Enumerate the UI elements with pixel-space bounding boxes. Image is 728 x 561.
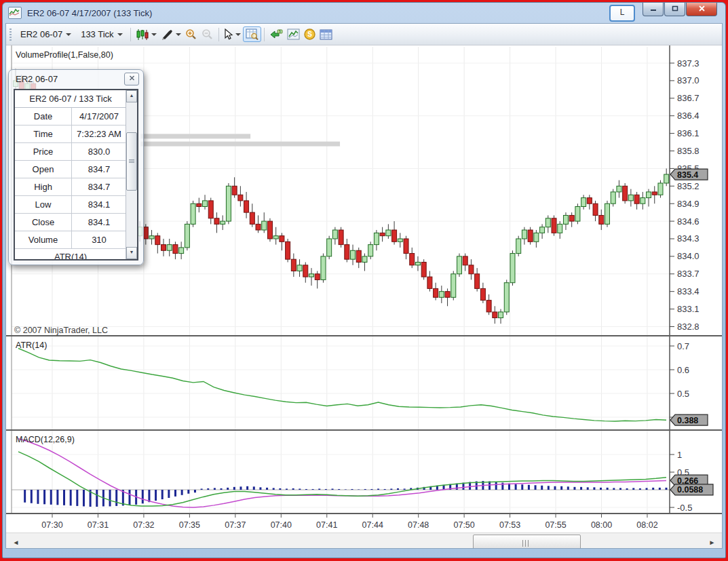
zoom-in-icon: [185, 28, 197, 40]
data-window-scrollbar[interactable]: ▲ ▼: [126, 90, 137, 259]
row-label: Close: [15, 214, 72, 231]
svg-text:07:32: 07:32: [133, 520, 154, 530]
row-value: 830.0: [72, 143, 126, 160]
zoom-out-icon: [202, 28, 214, 40]
table-row: High834.7: [15, 178, 126, 196]
thumb-grip: [522, 540, 529, 547]
horizontal-scrollbar[interactable]: ◄ ►: [6, 533, 722, 549]
chart-style-button[interactable]: [134, 27, 159, 42]
svg-text:836.4: 836.4: [677, 111, 700, 121]
scroll-left-button[interactable]: ◄: [9, 535, 23, 549]
svg-text:834.0: 834.0: [677, 251, 700, 261]
svg-text:833.7: 833.7: [677, 269, 700, 279]
svg-text:-0.5: -0.5: [677, 503, 692, 513]
scroll-right-button[interactable]: ►: [705, 535, 719, 549]
table-row: Time7:32:23 AM: [15, 125, 126, 143]
table-row: Close834.1: [15, 214, 126, 231]
databox-icon: [246, 28, 258, 40]
table-row: Open834.7: [15, 161, 126, 178]
minimize-button[interactable]: [643, 3, 664, 16]
drawing-tools-icon: [161, 28, 174, 40]
chevron-down-icon: [235, 33, 241, 36]
row-value: 834.1: [72, 196, 126, 213]
row-label: Open: [15, 161, 72, 178]
svg-text:837.0: 837.0: [677, 75, 700, 85]
toolbar-grip[interactable]: [9, 28, 12, 41]
data-window-next-section: ATR(14): [15, 249, 126, 260]
data-window-title: ER2 06-07: [16, 74, 58, 84]
svg-text:07:31: 07:31: [88, 520, 109, 530]
svg-text:© 2007 NinjaTrader, LLC: © 2007 NinjaTrader, LLC: [14, 326, 108, 335]
row-label: Price: [15, 143, 72, 160]
svg-text:08:00: 08:00: [591, 520, 612, 530]
data-window-popup[interactable]: ER2 06-07 ER2 06-07 / 133 Tick Date4/17/…: [8, 69, 144, 265]
market-analyzer-icon: $: [269, 28, 283, 40]
thumb-grip: [129, 159, 134, 163]
svg-text:0.5: 0.5: [677, 389, 689, 399]
chevron-down-icon: [151, 33, 157, 36]
chart-window: ER2 06-07 4/17/2007 (133 Tick) L ER2 06-…: [2, 2, 726, 558]
drawing-tools-button[interactable]: [159, 27, 183, 41]
data-window-titlebar[interactable]: ER2 06-07: [9, 70, 143, 88]
market-analyzer-button[interactable]: $: [267, 27, 285, 41]
svg-text:VolumeProfile(1,False,80): VolumeProfile(1,False,80): [16, 50, 113, 60]
row-value: 310: [72, 231, 126, 248]
instrument-dropdown-label: ER2 06-07: [20, 29, 62, 39]
window-client-area: ER2 06-07 133 Tick: [5, 23, 723, 549]
scroll-down-button[interactable]: ▼: [126, 247, 137, 259]
row-value: 834.7: [72, 161, 126, 178]
svg-text:07:37: 07:37: [225, 520, 246, 530]
svg-text:836.1: 836.1: [677, 128, 700, 138]
data-window-close-button[interactable]: [124, 73, 139, 85]
maximize-button[interactable]: [664, 3, 685, 16]
row-label: High: [15, 178, 72, 195]
table-row: Price830.0: [15, 143, 126, 161]
svg-text:834.3: 834.3: [677, 233, 700, 244]
title-bar[interactable]: ER2 06-07 4/17/2007 (133 Tick) L: [3, 3, 725, 23]
data-grid-button[interactable]: [318, 28, 334, 41]
row-value: 7:32:23 AM: [72, 125, 126, 142]
svg-text:835.4: 835.4: [677, 170, 698, 180]
svg-text:835.8: 835.8: [677, 146, 700, 156]
svg-text:0.6: 0.6: [677, 365, 689, 375]
scroll-up-button[interactable]: ▲: [126, 90, 137, 102]
databox-button[interactable]: [243, 26, 261, 42]
coin-button[interactable]: S: [302, 27, 318, 41]
svg-text:1: 1: [677, 450, 682, 460]
chart-area[interactable]: 07:3007:3107:3207:3507:3707:4007:4107:44…: [6, 45, 723, 532]
hscrollbar-thumb[interactable]: [473, 535, 581, 549]
chevron-down-icon: [117, 33, 123, 36]
new-chart-button[interactable]: [285, 27, 302, 41]
cursor-button[interactable]: [222, 27, 243, 41]
instrument-dropdown[interactable]: ER2 06-07: [16, 27, 76, 41]
table-row: Volume310: [15, 231, 126, 249]
svg-text:833.1: 833.1: [677, 304, 700, 314]
zoom-in-button[interactable]: [183, 27, 199, 41]
data-window-table: ER2 06-07 / 133 Tick Date4/17/2007 Time7…: [14, 89, 138, 260]
svg-text:834.6: 834.6: [677, 216, 700, 227]
window-title: ER2 06-07 4/17/2007 (133 Tick): [27, 8, 152, 18]
scrollbar-thumb[interactable]: [126, 132, 137, 191]
table-row: Date4/17/2007: [15, 108, 126, 125]
svg-text:07:40: 07:40: [271, 520, 292, 530]
data-grid-icon: [320, 29, 332, 40]
svg-text:08:02: 08:02: [636, 520, 657, 530]
main-toolbar: ER2 06-07 133 Tick: [6, 24, 722, 45]
svg-text:07:55: 07:55: [545, 520, 566, 530]
row-value: 834.7: [72, 178, 126, 195]
table-row: Low834.1: [15, 196, 126, 214]
svg-text:0.0588: 0.0588: [677, 485, 703, 495]
chart-app-icon: [8, 7, 22, 19]
interval-dropdown-label: 133 Tick: [81, 29, 113, 39]
svg-text:07:35: 07:35: [179, 520, 200, 530]
svg-text:07:44: 07:44: [362, 520, 383, 530]
window-link-button[interactable]: L: [609, 5, 635, 22]
close-button[interactable]: [686, 3, 717, 16]
svg-text:07:50: 07:50: [453, 520, 474, 530]
svg-text:07:48: 07:48: [408, 520, 429, 530]
interval-dropdown[interactable]: 133 Tick: [76, 27, 127, 41]
screenshot-red-border: ER2 06-07 4/17/2007 (133 Tick) L ER2 06-…: [0, 0, 728, 561]
zoom-out-button[interactable]: [199, 27, 216, 41]
svg-text:835.2: 835.2: [677, 181, 700, 191]
svg-text:07:41: 07:41: [316, 520, 337, 530]
